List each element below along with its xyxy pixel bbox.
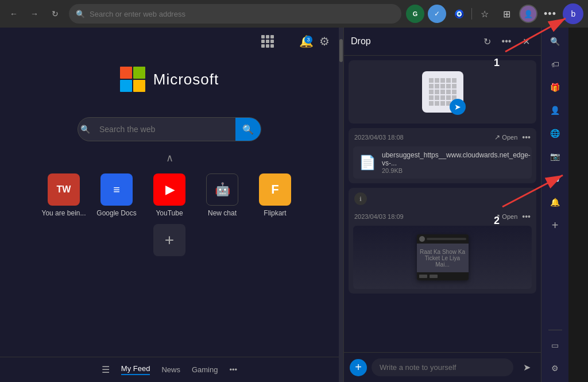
drop-file-name: ubersuggest_https__www.cloudwards.net_ed… [382, 151, 531, 167]
youtube-icon: ▶ [153, 173, 185, 206]
drop-hero-area: ➤ [349, 60, 536, 124]
add-shortcut-item[interactable]: + [146, 224, 192, 260]
chevron-area: ∧ [0, 152, 339, 164]
rs-settings-icon[interactable]: ⚙ [545, 358, 566, 379]
drop-compose-input[interactable] [372, 358, 513, 376]
drop-refresh-icon[interactable]: ↻ [479, 33, 495, 49]
toolbar-icons: G ✓ 🧿 ☆ ⊞ 👤 ••• b [406, 3, 583, 24]
main-area: 🔔 3 ⚙ Microsoft 🔍 🔍 [0, 28, 588, 382]
apps-grid-icon[interactable] [261, 35, 274, 48]
drop-msg2-header: 2023/04/03 18:09 ↗ Open ••• [349, 207, 536, 226]
microsoft-label: Microsoft [153, 71, 219, 88]
new-tab-page: 🔔 3 ⚙ Microsoft 🔍 🔍 [0, 28, 339, 382]
shortcut-youtube-label: YouTube [156, 209, 183, 217]
refresh-button[interactable]: ↻ [46, 5, 64, 23]
flipkart-icon: F [259, 173, 291, 206]
drop-msg2-time: 2023/04/03 18:09 [354, 213, 404, 220]
drop-hero-icon: ➤ [422, 71, 463, 113]
address-input[interactable] [90, 10, 394, 18]
drop-header: Drop ↻ ••• ✕ [344, 28, 541, 56]
news-tab[interactable]: News [161, 365, 180, 374]
address-bar[interactable]: 🔍 [69, 4, 401, 24]
rs-layout-icon[interactable]: ▭ [545, 335, 566, 356]
settings-icon[interactable]: ⚙ [319, 34, 330, 48]
drop-send-button[interactable]: ➤ [518, 359, 535, 376]
drop-compose: + ➤ [344, 352, 541, 382]
drop-add-button[interactable]: + [350, 359, 367, 376]
extension1-icon[interactable]: ✓ [428, 5, 446, 23]
profile-icon[interactable]: 👤 [519, 5, 537, 23]
file-icon: 📄 [359, 155, 376, 171]
notifications-icon[interactable]: 🔔 3 [299, 34, 314, 48]
shortcut-gdocs-label: Google Docs [96, 209, 136, 217]
drop-msg2-open[interactable]: ↗ Open [494, 213, 517, 221]
drop-message-2: ℹ 2023/04/03 18:09 ↗ Open ••• [349, 188, 536, 294]
drop-header-actions: ↻ ••• ✕ [479, 33, 534, 49]
collections-icon[interactable]: ⊞ [497, 5, 516, 23]
shortcuts-grid: TW You are bein... ≡ Google Docs ▶ YouTu… [0, 173, 339, 260]
search-container[interactable]: 🔍 🔍 [78, 117, 261, 141]
rs-send-icon[interactable]: 📨 [545, 169, 566, 190]
back-button[interactable]: ← [5, 5, 23, 23]
newtab-bottom-bar: ☰ My Feed News Gaming ••• [0, 357, 339, 382]
drop-close-icon[interactable]: ✕ [518, 33, 534, 49]
gaming-tab[interactable]: Gaming [192, 365, 218, 374]
microsoft-logo-area: Microsoft [0, 67, 339, 92]
drop-image-preview[interactable]: Raat Ka Show KaTicket Le Liya Mai... [353, 226, 532, 289]
rs-globe-icon[interactable]: 🌐 [545, 123, 566, 144]
newtab-topbar: 🔔 3 ⚙ [0, 28, 339, 55]
tw-icon: TW [48, 173, 80, 206]
drop-more-icon[interactable]: ••• [498, 33, 514, 49]
drop-title: Drop [351, 36, 371, 47]
chevron-up-icon[interactable]: ∧ [166, 152, 173, 164]
shortcut-newchat-label: New chat [208, 209, 237, 217]
drop-file-size: 20.9KB [382, 167, 531, 174]
shortcut-gdocs[interactable]: ≡ Google Docs [94, 173, 140, 217]
rs-gift-icon[interactable]: 🎁 [545, 77, 566, 98]
right-sidebar: 🔍 🏷 🎁 👤 🌐 📷 📨 🔔 + ▭ ⚙ [541, 28, 568, 382]
add-shortcut-button[interactable]: + [153, 224, 185, 256]
divider1 [471, 8, 472, 20]
drop-msg1-more[interactable]: ••• [522, 133, 531, 142]
drop-msg2-more[interactable]: ••• [522, 212, 531, 221]
drop-panel: Drop ↻ ••• ✕ ➤ [343, 28, 541, 382]
grammarly-icon[interactable]: G [406, 5, 424, 23]
more-tabs-button[interactable]: ••• [229, 365, 237, 374]
browser-chrome: ← → ↻ 🔍 G ✓ 🧿 ☆ ⊞ 👤 ••• b [0, 0, 588, 28]
scrollbar[interactable] [339, 28, 343, 382]
rs-tag-icon[interactable]: 🏷 [545, 54, 566, 75]
send-icon: ➤ [450, 99, 466, 115]
rs-person-icon[interactable]: 👤 [545, 100, 566, 121]
microsoft-logo [120, 67, 145, 92]
hamburger-icon[interactable]: ☰ [102, 364, 110, 375]
instagram-preview: Raat Ka Show KaTicket Le Liya Mai... [353, 226, 532, 289]
search-icon: 🔍 [78, 125, 90, 134]
rs-plus-icon[interactable]: + [545, 215, 566, 236]
rs-camera-icon[interactable]: 📷 [545, 146, 566, 167]
my-feed-tab[interactable]: My Feed [121, 364, 150, 375]
shortcut-flipkart[interactable]: F Flipkart [252, 173, 298, 217]
search-input[interactable] [90, 119, 235, 140]
shortcut-youtube[interactable]: ▶ YouTube [146, 173, 192, 217]
notification-badge: 3 [304, 36, 312, 44]
shortcut-newchat[interactable]: 🤖 New chat [199, 173, 245, 217]
bing-copilot-button[interactable]: b [563, 3, 583, 24]
rs-zoom-icon[interactable]: 🔍 [545, 31, 566, 52]
copilot-icon[interactable]: 🧿 [450, 5, 468, 23]
shortcut-tw-label: You are bein... [42, 209, 86, 217]
search-icon: 🔍 [76, 10, 85, 18]
drop-msg1-header: 2023/04/03 18:08 ↗ Open ••• [349, 128, 536, 146]
search-button[interactable]: 🔍 [235, 118, 261, 141]
drop-file-item[interactable]: 📄 ubersuggest_https__www.cloudwards.net_… [353, 146, 532, 179]
drop-file-info: ubersuggest_https__www.cloudwards.net_ed… [382, 151, 531, 174]
more-button[interactable]: ••• [541, 5, 559, 23]
drop-message-1: 2023/04/03 18:08 ↗ Open ••• 📄 ubersugges… [349, 128, 536, 183]
forward-button[interactable]: → [25, 5, 44, 23]
favorites-icon[interactable]: ☆ [475, 5, 494, 23]
rs-divider [548, 330, 562, 330]
rs-bell-icon[interactable]: 🔔 [545, 192, 566, 213]
shortcut-flipkart-label: Flipkart [264, 209, 286, 217]
shortcut-tw[interactable]: TW You are bein... [41, 173, 87, 217]
drop-msg1-open[interactable]: ↗ Open [494, 133, 517, 141]
drop-msg2-actions: ↗ Open ••• [494, 212, 531, 221]
